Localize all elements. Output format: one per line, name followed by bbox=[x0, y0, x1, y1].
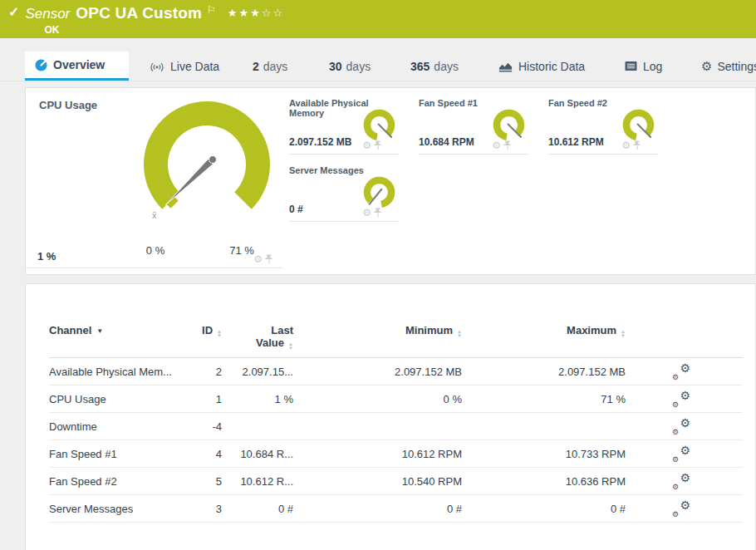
average-marker: x̄ bbox=[152, 210, 157, 220]
table-row: CPU Usage 1 1 % 0 % 71 % ⚙⚙ bbox=[49, 385, 743, 413]
channel-id: 1 bbox=[190, 393, 222, 405]
flag-icon[interactable]: ⚐ bbox=[207, 2, 216, 18]
channel-settings-icon[interactable]: ⚙⚙ bbox=[672, 418, 690, 435]
channel-name-link[interactable]: Downtime bbox=[49, 420, 190, 433]
channel-table-header: Channel▼ ID▲▼ Last Value▲▼ Minimum▲▼ Max… bbox=[49, 324, 743, 358]
channel-name-link[interactable]: Available Physical Mem... bbox=[49, 366, 190, 378]
channel-maximum: 2.097.152 MB bbox=[462, 366, 626, 378]
column-header-channel[interactable]: Channel▼ bbox=[49, 324, 190, 336]
gauge-icon bbox=[35, 59, 47, 71]
channel-minimum: 10.612 RPM bbox=[293, 448, 462, 460]
sensor-header: ✓ Sensor OPC UA Custom ⚐ ★★★☆☆ OK bbox=[0, 0, 756, 38]
log-list-icon bbox=[625, 61, 637, 71]
channel-settings-icon[interactable]: ⚙⚙ bbox=[672, 473, 690, 489]
fan2-gauge bbox=[619, 106, 658, 145]
priority-stars[interactable]: ★★★☆☆ bbox=[228, 5, 284, 22]
channel-table: Channel▼ ID▲▼ Last Value▲▼ Minimum▲▼ Max… bbox=[26, 284, 755, 523]
sensor-kind-label: Sensor bbox=[25, 6, 70, 22]
gauge-settings-icon[interactable]: ⚙ bbox=[362, 207, 371, 219]
channel-maximum: 10.636 RPM bbox=[462, 475, 626, 488]
gauge-settings-icon[interactable]: ⚙ bbox=[492, 140, 501, 151]
channel-maximum: 0 # bbox=[462, 503, 626, 515]
channel-name-link[interactable]: CPU Usage bbox=[49, 393, 190, 405]
channel-last-value: 10.684 R... bbox=[222, 448, 293, 460]
channel-settings-icon[interactable]: ⚙⚙ bbox=[672, 445, 690, 462]
mini-gauge-value: 2.097.152 MB bbox=[289, 136, 351, 148]
cpu-usage-gauge-tile: CPU Usage x̄ 0 % 71 % 1 % ⚙ bbox=[26, 88, 283, 268]
sensor-name: OPC UA Custom bbox=[76, 5, 202, 22]
column-header-id[interactable]: ID▲▼ bbox=[190, 324, 222, 338]
cpu-usage-title: CPU Usage bbox=[39, 99, 97, 111]
pin-icon[interactable] bbox=[374, 208, 382, 218]
pin-icon[interactable] bbox=[503, 140, 512, 150]
server-messages-gauge bbox=[360, 173, 399, 212]
sensor-status-badge: OK bbox=[44, 24, 284, 36]
tab-settings[interactable]: ⚙ Settings bbox=[691, 52, 756, 81]
cpu-usage-gauge bbox=[124, 88, 290, 233]
channel-settings-icon[interactable]: ⚙⚙ bbox=[672, 390, 690, 407]
cpu-usage-value: 1 % bbox=[37, 250, 56, 263]
channel-id: 4 bbox=[190, 448, 222, 460]
tab-log[interactable]: Log bbox=[615, 52, 672, 81]
channel-maximum: 10.733 RPM bbox=[462, 448, 626, 460]
channel-minimum: 0 % bbox=[293, 393, 462, 405]
gauge-settings-icon[interactable]: ⚙ bbox=[253, 253, 263, 265]
tab-30-days[interactable]: 30 days bbox=[319, 52, 380, 81]
memory-gauge bbox=[360, 106, 399, 145]
table-row: Fan Speed #2 5 10.612 R... 10.540 RPM 10… bbox=[49, 468, 743, 495]
pin-icon[interactable] bbox=[265, 254, 273, 264]
channel-table-panel: Channel▼ ID▲▼ Last Value▲▼ Minimum▲▼ Max… bbox=[25, 283, 756, 550]
sort-icon: ▲▼ bbox=[288, 342, 293, 351]
broadcast-icon bbox=[150, 61, 164, 72]
channel-name-link[interactable]: Server Messages bbox=[49, 503, 190, 515]
tab-historic-data-label: Historic Data bbox=[518, 60, 585, 73]
tab-365-days-number: 365 bbox=[410, 60, 430, 73]
channel-name-link[interactable]: Fan Speed #1 bbox=[49, 448, 190, 460]
channel-id: 2 bbox=[190, 366, 222, 378]
fan1-gauge bbox=[489, 106, 528, 145]
sort-desc-icon: ▼ bbox=[96, 327, 103, 335]
tab-2-days-number: 2 bbox=[253, 60, 259, 73]
tab-365-days[interactable]: 365 days bbox=[400, 52, 469, 81]
mini-gauge-server-messages: Server Messages 0 # ⚙ bbox=[289, 162, 399, 222]
tab-overview[interactable]: Overview bbox=[25, 52, 129, 81]
channel-last-value: 2.097.15... bbox=[222, 366, 293, 378]
tab-historic-data[interactable]: Historic Data bbox=[488, 52, 595, 81]
tab-settings-label: Settings bbox=[717, 60, 756, 73]
table-row: Downtime -4 ⚙⚙ bbox=[49, 413, 743, 440]
tab-log-label: Log bbox=[643, 60, 662, 73]
table-row: Server Messages 3 0 # 0 # 0 # ⚙⚙ bbox=[49, 495, 743, 523]
tab-2-days-label: days bbox=[263, 60, 288, 73]
gauges-panel: CPU Usage x̄ 0 % 71 % 1 % ⚙ Available Ph… bbox=[25, 87, 756, 275]
column-header-maximum[interactable]: Maximum▲▼ bbox=[462, 324, 626, 338]
status-ok-check-icon: ✓ bbox=[8, 5, 19, 20]
mini-gauge-value: 0 # bbox=[289, 204, 303, 215]
gauge-settings-icon[interactable]: ⚙ bbox=[621, 140, 631, 151]
channel-settings-icon[interactable]: ⚙⚙ bbox=[672, 363, 690, 380]
pin-icon[interactable] bbox=[633, 140, 641, 150]
column-header-last-value[interactable]: Last Value▲▼ bbox=[222, 324, 293, 351]
channel-settings-icon[interactable]: ⚙⚙ bbox=[672, 500, 690, 517]
column-header-minimum[interactable]: Minimum▲▼ bbox=[293, 324, 462, 338]
channel-id: -4 bbox=[190, 420, 222, 433]
mini-gauge-available-physical-memory: Available Physical Memory 2.097.152 MB ⚙ bbox=[289, 95, 399, 155]
table-row: Fan Speed #1 4 10.684 R... 10.612 RPM 10… bbox=[49, 440, 743, 468]
channel-minimum: 0 # bbox=[293, 503, 462, 515]
mini-gauge-value: 10.612 RPM bbox=[548, 136, 604, 148]
tab-live-data[interactable]: Live Data bbox=[140, 52, 229, 81]
table-row: Available Physical Mem... 2 2.097.15... … bbox=[49, 358, 743, 385]
mini-gauge-value: 10.684 RPM bbox=[419, 136, 474, 148]
tab-2-days[interactable]: 2 days bbox=[243, 52, 297, 81]
gauge-settings-icon[interactable]: ⚙ bbox=[362, 140, 371, 151]
channel-minimum: 10.540 RPM bbox=[293, 475, 462, 488]
tab-overview-label: Overview bbox=[53, 58, 105, 71]
channel-last-value: 1 % bbox=[222, 393, 293, 405]
channel-name-link[interactable]: Fan Speed #2 bbox=[49, 475, 190, 488]
channel-id: 3 bbox=[190, 503, 222, 515]
gear-icon: ⚙ bbox=[701, 59, 712, 74]
tab-bar: Overview Live Data 2 days 30 days 365 da… bbox=[0, 52, 756, 81]
pin-icon[interactable] bbox=[374, 140, 382, 150]
channel-minimum: 2.097.152 MB bbox=[293, 366, 462, 378]
channel-id: 5 bbox=[190, 475, 222, 488]
gauge-scale-min: 0 % bbox=[137, 244, 174, 257]
